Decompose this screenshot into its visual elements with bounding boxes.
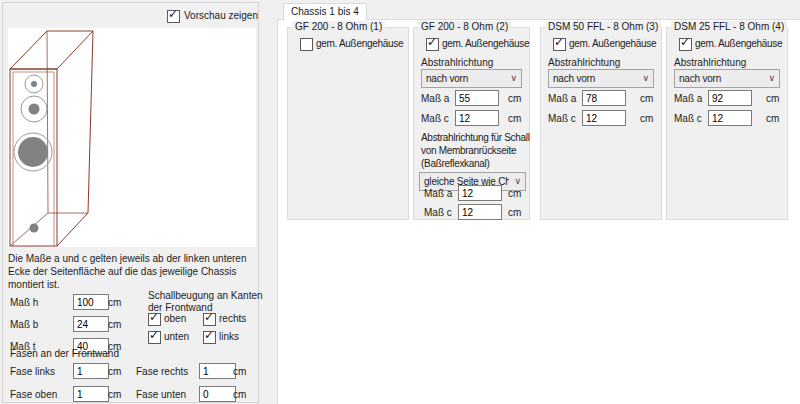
chassis-3-shared-enclosure-checkbox[interactable] (553, 38, 566, 51)
diffraction-unten-checkbox[interactable] (148, 331, 161, 344)
chassis-1-groupbox: GF 200 - 8 Ohm (1) gem. Außengehäuse (287, 27, 409, 220)
chassis-2-rear-mass-a-label: Maß a (424, 188, 452, 199)
app-window: Vorschau zeigen (0, 0, 800, 404)
chassis-4-title: DSM 25 FFL - 8 Ohm (4) (671, 21, 787, 32)
mass-h-unit: cm (108, 297, 121, 308)
chassis-2-rear-mass-a-input[interactable] (458, 185, 502, 201)
fase-links-input[interactable] (73, 363, 109, 379)
chassis-4-direction-value: nach vorn (679, 73, 763, 84)
mass-b-unit: cm (108, 319, 121, 330)
fase-unten-unit: cm (233, 389, 246, 400)
chassis-3-title: DSM 50 FFL - 8 Ohm (3) (545, 21, 661, 32)
mass-b-label: Maß b (10, 319, 38, 330)
chassis-2-direction-combobox[interactable]: nach vorn ∨ (421, 69, 522, 88)
vorschau-zeigen-checkbox[interactable] (167, 10, 180, 23)
chassis-3-groupbox: DSM 50 FFL - 8 Ohm (3) gem. Außengehäuse… (540, 27, 662, 220)
chevron-down-icon: ∨ (510, 73, 517, 83)
chassis-2-mass-a-label: Maß a (421, 93, 449, 104)
chassis-4-direction-label: Abstrahlrichtung (674, 57, 746, 68)
chassis-1-title: GF 200 - 8 Ohm (1) (292, 21, 385, 32)
chassis-2-mass-c-input[interactable] (455, 110, 499, 126)
fase-rechts-unit: cm (233, 366, 246, 377)
chassis-3-mass-a-label: Maß a (548, 93, 576, 104)
chassis-3-mass-c-label: Maß c (548, 113, 576, 124)
chassis-2-rear-mass-c-unit: cm (508, 207, 521, 218)
chassis-2-rear-mass-a-unit: cm (508, 188, 521, 199)
chassis-2-mass-a-unit: cm (508, 93, 521, 104)
chassis-2-rear-mass-c-input[interactable] (458, 204, 502, 220)
chassis-2-mass-a-input[interactable] (455, 90, 499, 106)
chassis-2-mass-c-label: Maß c (421, 113, 449, 124)
fase-oben-input[interactable] (73, 386, 109, 402)
chassis-2-rear-mass-c-label: Maß c (424, 207, 452, 218)
chassis-4-mass-c-input[interactable] (708, 110, 752, 126)
diffraction-unten-label: unten (164, 331, 189, 342)
chassis-2-rear-label-line3: (Baßreflexkanal) (421, 158, 490, 169)
vorschau-zeigen-label: Vorschau zeigen (184, 10, 258, 21)
diffraction-rechts-label: rechts (219, 313, 246, 324)
diffraction-links-checkbox[interactable] (203, 331, 216, 344)
fase-oben-label: Fase oben (10, 389, 57, 400)
chassis-1-shared-enclosure-label: gem. Außengehäuse (316, 38, 403, 49)
chassis-4-direction-combobox[interactable]: nach vorn ∨ (674, 69, 780, 88)
fase-links-unit: cm (108, 366, 121, 377)
chassis-1-shared-enclosure-checkbox[interactable] (300, 38, 313, 51)
chassis-2-title: GF 200 - 8 Ohm (2) (418, 21, 511, 32)
fase-links-label: Fase links (10, 366, 55, 377)
mass-b-input[interactable] (73, 316, 109, 332)
chassis-2-direction-value: nach vorn (426, 73, 505, 84)
fase-unten-input[interactable] (199, 386, 236, 402)
chassis-3-mass-c-unit: cm (640, 113, 653, 124)
chassis-3-mass-c-input[interactable] (582, 110, 626, 126)
chassis-4-mass-a-unit: cm (766, 93, 779, 104)
chassis-4-shared-enclosure-checkbox[interactable] (679, 38, 692, 51)
chassis-4-shared-enclosure-label: gem. Außengehäuse (695, 38, 782, 49)
chassis-4-groupbox: DSM 25 FFL - 8 Ohm (4) gem. Außengehäuse… (666, 27, 788, 220)
chassis-4-mass-a-input[interactable] (708, 90, 752, 106)
chassis-3-shared-enclosure-label: gem. Außengehäuse (569, 38, 656, 49)
speaker-preview (8, 28, 256, 247)
chassis-2-shared-enclosure-label: gem. Außengehäuse (442, 38, 529, 49)
chassis-3-mass-a-unit: cm (640, 93, 653, 104)
chassis-3-direction-combobox[interactable]: nach vorn ∨ (548, 69, 654, 88)
chassis-2-direction-label: Abstrahlrichtung (421, 57, 493, 68)
speaker-wireframe-image (8, 28, 256, 247)
chassis-2-rear-label-line1: Abstrahlrichtung für Schall (421, 132, 530, 143)
diffraction-links-label: links (219, 331, 239, 342)
enclosure-panel: Vorschau zeigen (2, 2, 259, 403)
diffraction-oben-label: oben (164, 313, 186, 324)
chassis-4-mass-c-label: Maß c (674, 113, 702, 124)
chassis-4-mass-c-unit: cm (766, 113, 779, 124)
chevron-down-icon: ∨ (768, 73, 775, 83)
fase-unten-label: Fase unten (136, 389, 186, 400)
mass-h-input[interactable] (73, 294, 109, 310)
chevron-down-icon: ∨ (514, 176, 521, 186)
driver-circles (14, 75, 52, 233)
chassis-2-shared-enclosure-checkbox[interactable] (426, 38, 439, 51)
chevron-down-icon: ∨ (642, 73, 649, 83)
chamfers-title: Fasen an der Frontwand (10, 348, 119, 359)
tab-chassis-1-bis-4[interactable]: Chassis 1 bis 4 (283, 3, 367, 21)
fase-rechts-label: Fase rechts (136, 366, 188, 377)
chassis-3-direction-label: Abstrahlrichtung (548, 57, 620, 68)
measurement-note: Die Maße a und c gelten jeweils ab der l… (8, 252, 254, 291)
diffraction-rechts-checkbox[interactable] (203, 313, 216, 326)
chassis-3-direction-value: nach vorn (553, 73, 637, 84)
chassis-2-rear-label-line2: von Membranrückseite (421, 145, 516, 156)
chassis-3-mass-a-input[interactable] (582, 90, 626, 106)
fase-rechts-input[interactable] (199, 363, 236, 379)
chassis-2-groupbox: GF 200 - 8 Ohm (2) gem. Außengehäuse Abs… (413, 27, 530, 220)
diffraction-oben-checkbox[interactable] (148, 313, 161, 326)
chassis-2-mass-c-unit: cm (508, 113, 521, 124)
fase-oben-unit: cm (108, 389, 121, 400)
chassis-4-mass-a-label: Maß a (674, 93, 702, 104)
mass-h-label: Maß h (10, 297, 38, 308)
